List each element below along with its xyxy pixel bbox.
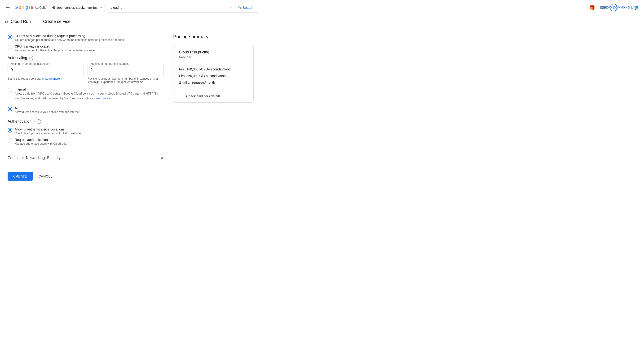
authentication-help-icon[interactable]: ? [37,119,41,124]
traffic-option-2-radio[interactable] [8,107,12,111]
authentication-header: Authentication * ? [8,119,164,124]
action-bar: CREATE CANCEL [8,168,164,188]
project-name: opencensus-stackdriver-test [57,6,98,9]
max-instances-outline: Maximum number of instances [88,64,164,76]
pricing-item-2: First 360,000 GiB-seconds/month [179,72,248,79]
autoscaling-help-icon[interactable]: ? [29,56,33,60]
cpu-option-2-label: CPU is always allocated [15,44,96,48]
search-button-label: Search [243,6,253,9]
max-instances-label: Maximum number of instances [90,62,130,65]
auth-option-2-label: Require authentication [15,138,68,142]
check-paid-tiers-link[interactable]: Check paid tiers details [186,94,220,98]
external-link-icon [60,77,62,80]
learn-more-link[interactable]: Learn more [45,77,62,80]
max-instances-hint: Revisions using a maximum number of inst… [88,77,164,84]
pricing-item-1: First 180,000 vCPU-seconds/month [179,66,248,72]
main-layout: CPU is only allocated during request pro… [0,28,644,194]
pricing-item-3: 2 million requests/month [179,79,248,86]
hamburger-menu[interactable]: ☰ [4,3,12,12]
search-button[interactable]: 🔍 Search [235,4,256,11]
product-name: Cloud Run [11,19,31,24]
radio-inner-icon [9,36,11,38]
sub-nav: ≫ Cloud Run ← Create service [0,15,644,28]
show-command-line-button[interactable]: SHOW COMMAND LINE [596,0,644,15]
pricing-card-title: Cloud Run pricing [179,50,248,54]
pricing-card: Cloud Run pricing Free tier First 180,00… [173,45,254,103]
cancel-button[interactable]: CANCEL [37,172,55,181]
min-instances-outline: Minimum number of instances * [8,64,84,76]
pricing-footer[interactable]: → Check paid tiers details [174,90,254,102]
project-dropdown-icon: ▾ [100,6,102,9]
radio-inner-icon-3 [9,129,11,131]
search-input[interactable] [111,6,227,9]
arrow-right-icon: → [179,94,183,99]
cpu-option-1[interactable]: CPU is only allocated during request pro… [8,34,164,42]
min-instances-input[interactable] [11,67,81,73]
back-button[interactable]: ← [34,18,40,25]
search-clear-icon[interactable]: ✕ [229,5,233,10]
pricing-summary-title: Pricing summary [173,34,254,39]
auth-option-2-radio[interactable] [8,138,12,143]
cpu-option-2-desc: You are charged for the entire lifecycle… [15,49,96,52]
pricing-section: Pricing summary Cloud Run pricing Free t… [173,34,254,188]
auth-option-1-radio[interactable] [8,128,12,133]
double-arrow-icon: ≫ [4,19,9,24]
cpu-option-group: CPU is only allocated during request pro… [8,34,164,52]
auth-option-1-label: Allow unauthenticated invocations [15,127,82,131]
cpu-option-1-label: CPU is only allocated during request pro… [15,34,126,38]
project-dot-icon [52,6,55,9]
project-selector[interactable]: opencensus-stackdriver-test ▾ [49,4,105,11]
cpu-option-2-radio[interactable] [8,45,12,50]
auth-option-1-desc: Check this if you are creating a public … [15,132,82,135]
container-networking-title: Container, Networking, Security [8,156,60,160]
google-cloud-logo: Google Cloud [15,5,46,10]
authentication-section: Authentication * ? Allow unauthenticated… [8,119,164,145]
container-networking-toggle[interactable]: Container, Networking, Security ∨ [8,155,164,161]
traffic-option-2[interactable]: All Allow direct access to your service … [8,106,164,114]
auth-option-2[interactable]: Require authentication Manage authorized… [8,138,164,145]
traffic-learn-more-link[interactable]: Learn more [95,96,112,100]
pricing-card-header: Cloud Run pricing Free tier [174,45,254,62]
traffic-section: Internal Allow traffic from VPCs and cer… [8,87,164,114]
pricing-items: First 180,000 vCPU-seconds/month First 3… [174,62,254,90]
page-title: Create service [43,19,70,24]
traffic-option-1[interactable]: Internal Allow traffic from VPCs and cer… [8,87,164,103]
gift-icon[interactable]: 🎁 [587,3,597,12]
top-nav: ☰ Google Cloud opencensus-stackdriver-te… [0,0,644,15]
cpu-option-1-desc: You are charged per request and only whe… [15,38,126,42]
traffic-option-1-radio[interactable] [8,88,12,93]
traffic-option-1-desc: Allow traffic from VPCs and certain Goog… [15,91,164,100]
radio-inner-icon-2 [9,108,11,110]
traffic-external-icon [110,96,112,100]
auth-option-2-desc: Manage authorized users with Cloud IAM. [15,142,68,145]
authentication-title: Authentication [8,119,32,124]
search-icon: 🔍 [238,6,242,9]
traffic-option-1-label: Internal [15,87,164,91]
min-instances-field: Minimum number of instances * Set to 1 t… [8,64,84,84]
form-section: CPU is only allocated during request pro… [8,34,164,188]
create-button[interactable]: CREATE [8,172,33,181]
max-instances-input[interactable] [90,67,161,73]
autoscaling-header: Autoscaling ? [8,56,164,60]
min-instances-label: Minimum number of instances * [10,62,51,65]
product-nav: ≫ Cloud Run [4,19,31,24]
cpu-option-1-radio[interactable] [8,34,12,39]
cpu-option-2[interactable]: CPU is always allocated You are charged … [8,44,164,52]
traffic-option-2-desc: Allow direct access to your service from… [15,110,80,114]
instances-row: Minimum number of instances * Set to 1 t… [8,64,164,84]
traffic-option-2-label: All [15,106,80,110]
pricing-tier-label: Free tier [179,55,248,59]
max-instances-field: Maximum number of instances Revisions us… [88,64,164,84]
search-bar[interactable]: ✕ 🔍 Search [108,2,259,12]
min-instances-hint: Set to 1 to reduce cold starts. Learn mo… [8,77,84,80]
chevron-down-icon: ∨ [160,155,164,161]
auth-option-1[interactable]: Allow unauthenticated invocations Check … [8,127,164,135]
container-networking-section: Container, Networking, Security ∨ [8,151,164,161]
autoscaling-title: Autoscaling [8,56,27,60]
